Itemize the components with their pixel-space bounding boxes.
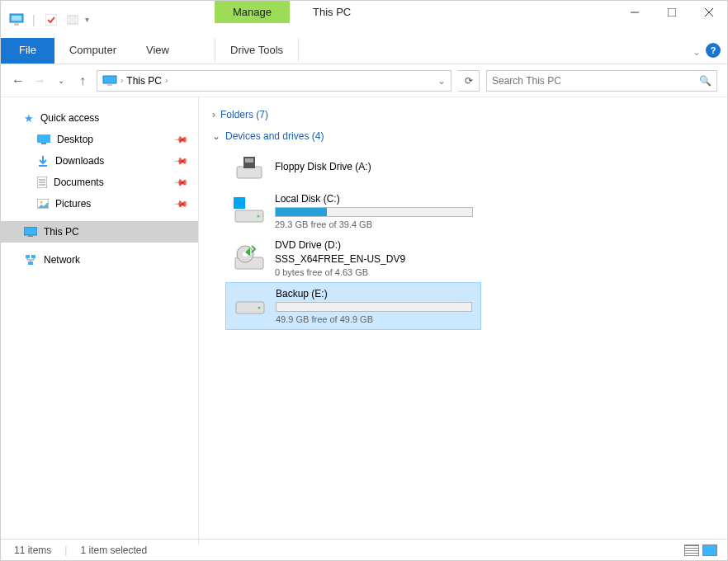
pin-icon: 📌 bbox=[173, 174, 188, 190]
svg-rect-25 bbox=[237, 167, 262, 178]
drive-name: DVD Drive (D:) bbox=[275, 239, 473, 251]
properties-icon[interactable] bbox=[42, 11, 60, 29]
svg-point-19 bbox=[40, 201, 43, 204]
breadcrumb[interactable]: This PC bbox=[126, 75, 162, 87]
network-icon bbox=[24, 254, 37, 266]
documents-icon bbox=[37, 177, 47, 188]
svg-rect-11 bbox=[37, 134, 50, 143]
drive-name: Local Disk (C:) bbox=[275, 193, 473, 205]
pin-icon: 📌 bbox=[173, 153, 188, 168]
svg-point-35 bbox=[258, 307, 261, 309]
details-view-icon[interactable] bbox=[684, 544, 699, 556]
refresh-button[interactable]: ⟳ bbox=[458, 70, 480, 92]
drive-floppy[interactable]: Floppy Disk Drive (A:) bbox=[225, 147, 481, 188]
status-bar: 11 items | 1 item selected bbox=[1, 539, 727, 560]
pin-icon: 📌 bbox=[173, 131, 188, 147]
sidebar-item-desktop[interactable]: Desktop 📌 bbox=[1, 129, 198, 150]
forward-button[interactable]: → bbox=[32, 73, 47, 88]
address-dropdown-icon[interactable]: ⌄ bbox=[437, 75, 446, 87]
recent-dropdown-icon[interactable]: ⌄ bbox=[54, 76, 69, 85]
ribbon-minimize-icon[interactable]: ⌄ bbox=[693, 46, 701, 58]
up-button[interactable]: ↑ bbox=[75, 73, 90, 88]
capacity-bar bbox=[275, 207, 473, 217]
computer-tab[interactable]: Computer bbox=[54, 38, 131, 64]
svg-rect-10 bbox=[107, 84, 112, 86]
svg-rect-1 bbox=[12, 16, 21, 21]
drives-group-header[interactable]: ⌄ Devices and drives (4) bbox=[209, 125, 717, 147]
drive-icon bbox=[234, 290, 266, 322]
svg-rect-2 bbox=[14, 23, 19, 26]
group-label: Folders (7) bbox=[220, 109, 268, 120]
star-icon: ★ bbox=[24, 112, 34, 125]
drive-dvd-d[interactable]: DVD Drive (D:) SSS_X64FREE_EN-US_DV9 0 b… bbox=[225, 234, 481, 282]
svg-rect-4 bbox=[67, 16, 78, 24]
svg-rect-28 bbox=[234, 197, 245, 209]
this-pc-icon bbox=[24, 227, 37, 237]
back-button[interactable]: ← bbox=[11, 73, 26, 88]
help-icon[interactable]: ? bbox=[706, 43, 721, 58]
drive-tools-tab[interactable]: Drive Tools bbox=[215, 38, 299, 62]
sidebar-item-pictures[interactable]: Pictures 📌 bbox=[1, 193, 198, 214]
group-label: Devices and drives (4) bbox=[225, 130, 324, 142]
ribbon: File Computer View Drive Tools ⌄ ? bbox=[1, 38, 727, 64]
sidebar-item-this-pc[interactable]: This PC bbox=[1, 221, 198, 243]
qat-dropdown-icon[interactable]: ▾ bbox=[85, 15, 89, 24]
search-box[interactable]: 🔍 bbox=[486, 70, 717, 92]
floppy-icon bbox=[234, 152, 265, 183]
sidebar-item-label: Network bbox=[44, 254, 80, 266]
separator: | bbox=[32, 13, 35, 26]
dvd-icon bbox=[234, 243, 265, 274]
status-item-count: 11 items bbox=[14, 544, 51, 556]
drive-local-c[interactable]: Local Disk (C:) 29.3 GB free of 39.4 GB bbox=[225, 188, 481, 234]
titlebar: | ▾ Manage This PC bbox=[1, 1, 727, 38]
search-icon[interactable]: 🔍 bbox=[699, 75, 711, 87]
chevron-right-icon[interactable]: › bbox=[121, 76, 123, 85]
sidebar-item-documents[interactable]: Documents 📌 bbox=[1, 172, 198, 193]
drive-free-text: 0 bytes free of 4.63 GB bbox=[275, 267, 473, 277]
drive-free-text: 49.9 GB free of 49.9 GB bbox=[276, 314, 472, 324]
this-pc-icon bbox=[102, 75, 117, 87]
pin-icon: 📌 bbox=[173, 196, 188, 211]
sidebar-item-quick-access[interactable]: ★ Quick access bbox=[1, 107, 198, 129]
view-tab[interactable]: View bbox=[131, 38, 184, 64]
tiles-view-icon[interactable] bbox=[702, 544, 717, 556]
sidebar-item-label: Quick access bbox=[40, 112, 99, 124]
sidebar-item-network[interactable]: Network bbox=[1, 249, 198, 271]
svg-rect-21 bbox=[28, 235, 33, 237]
file-tab[interactable]: File bbox=[1, 38, 54, 64]
manage-tab[interactable]: Manage bbox=[215, 1, 290, 23]
svg-rect-23 bbox=[31, 255, 35, 258]
address-bar: ← → ⌄ ↑ › This PC › ⌄ ⟳ 🔍 bbox=[1, 64, 727, 97]
chevron-down-icon: ⌄ bbox=[212, 130, 220, 142]
drive-backup-e[interactable]: Backup (E:) 49.9 GB free of 49.9 GB bbox=[225, 282, 481, 330]
new-folder-icon[interactable] bbox=[64, 11, 82, 29]
drive-icon bbox=[234, 196, 265, 227]
sidebar-item-label: Pictures bbox=[55, 198, 91, 210]
minimize-button[interactable] bbox=[616, 1, 653, 24]
content-pane: › Folders (7) ⌄ Devices and drives (4) F… bbox=[199, 97, 727, 545]
sidebar-item-label: Desktop bbox=[57, 134, 93, 145]
drive-free-text: 29.3 GB free of 39.4 GB bbox=[275, 219, 473, 229]
drive-name: Floppy Disk Drive (A:) bbox=[275, 161, 473, 172]
quick-access-toolbar: | ▾ bbox=[7, 11, 89, 29]
svg-rect-6 bbox=[668, 8, 676, 16]
close-button[interactable] bbox=[690, 1, 727, 24]
svg-rect-3 bbox=[45, 14, 57, 26]
folders-group-header[interactable]: › Folders (7) bbox=[209, 104, 717, 125]
window-title: This PC bbox=[313, 6, 351, 18]
this-pc-icon[interactable] bbox=[7, 11, 26, 29]
svg-rect-24 bbox=[28, 262, 33, 265]
sidebar-item-downloads[interactable]: Downloads 📌 bbox=[1, 150, 198, 172]
sidebar: ★ Quick access Desktop 📌 Downloads 📌 Doc… bbox=[1, 97, 199, 545]
svg-rect-22 bbox=[26, 255, 30, 258]
svg-rect-9 bbox=[103, 76, 116, 83]
chevron-right-icon[interactable]: › bbox=[165, 76, 168, 85]
address-box[interactable]: › This PC › ⌄ bbox=[97, 70, 451, 92]
body: ★ Quick access Desktop 📌 Downloads 📌 Doc… bbox=[1, 97, 727, 545]
search-input[interactable] bbox=[492, 75, 690, 87]
maximize-button[interactable] bbox=[653, 1, 690, 24]
chevron-right-icon: › bbox=[212, 109, 215, 120]
separator: | bbox=[64, 544, 67, 556]
svg-rect-12 bbox=[41, 143, 46, 144]
svg-point-30 bbox=[258, 215, 260, 218]
